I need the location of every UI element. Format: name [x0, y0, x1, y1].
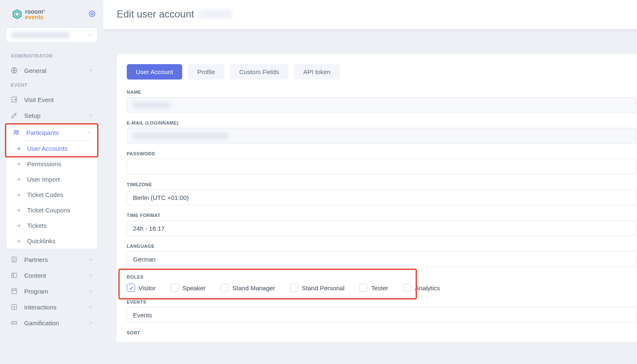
chevron-up-icon — [88, 319, 93, 327]
svg-point-6 — [14, 130, 16, 132]
plus-box-icon — [10, 303, 18, 311]
timezone-select[interactable]: Berlin (UTC +01:00) — [127, 189, 637, 205]
gear-icon[interactable] — [88, 10, 96, 19]
page-header: Edit user account — [103, 0, 637, 29]
checkbox-label: Stand Personal — [302, 284, 345, 292]
sidebar-sub-quicklinks[interactable]: Quicklinks — [6, 233, 97, 249]
sidebar-sub-label: User Import — [27, 176, 60, 183]
sidebar-item-label: Partners — [24, 256, 48, 263]
time-format-select[interactable]: 24h - 16:17 — [127, 220, 637, 236]
sidebar-item-content[interactable]: Content — [0, 267, 103, 283]
sidebar-sub-label: Ticket Coupons — [27, 207, 70, 214]
arrow-right-icon — [15, 192, 21, 198]
calendar-icon — [10, 287, 18, 295]
tab-profile[interactable]: Profile — [188, 64, 224, 80]
sidebar-item-interactions[interactable]: Interactions — [0, 299, 103, 315]
chevron-up-icon — [88, 112, 93, 119]
email-field[interactable] — [127, 128, 637, 144]
sidebar-item-label: Interactions — [24, 304, 57, 311]
label-timezone: Timezone — [127, 182, 637, 187]
password-field[interactable] — [127, 159, 637, 175]
sidebar-participants-box: Participants User Accounts Permissions U… — [6, 124, 98, 249]
sidebar-sub-label: Ticket Codes — [27, 191, 63, 198]
content-wrap: User Account Profile Custom Fields API t… — [103, 33, 637, 342]
sidebar-sub-label: User Accounts — [27, 145, 68, 152]
page-subtitle-redacted — [199, 10, 232, 19]
exit-icon — [10, 96, 18, 103]
logo-hexagon-icon — [12, 9, 23, 20]
svg-point-13 — [16, 323, 16, 323]
checkbox-stand-manager[interactable]: Stand Manager — [221, 284, 275, 292]
checkbox-box — [403, 284, 411, 292]
checkbox-label: Tester — [371, 284, 388, 292]
svg-marker-0 — [13, 10, 21, 18]
timezone-value: Berlin (UTC +01:00) — [133, 194, 189, 201]
svg-point-2 — [89, 11, 95, 17]
event-selector[interactable] — [6, 27, 98, 42]
checkbox-box — [290, 284, 298, 292]
globe-icon — [10, 67, 18, 74]
label-name: Name — [127, 90, 637, 95]
checkbox-tester[interactable]: Tester — [359, 284, 388, 292]
sidebar-sub-label: Tickets — [27, 222, 47, 229]
card: User Account Profile Custom Fields API t… — [117, 54, 637, 342]
label-roles: Roles — [127, 274, 637, 279]
main: Edit user account User Account Profile C… — [103, 0, 637, 364]
page-title: Edit user account — [117, 8, 194, 20]
arrow-right-icon — [15, 177, 21, 182]
chevron-up-icon — [88, 256, 93, 263]
checkbox-label: Visitor — [138, 284, 155, 292]
svg-point-3 — [91, 12, 93, 15]
language-select[interactable]: German — [127, 251, 637, 267]
label-language: Language — [127, 244, 637, 249]
sidebar-item-gamification[interactable]: Gamification — [0, 315, 103, 331]
sidebar-item-general[interactable]: General — [0, 62, 103, 78]
tab-custom-fields[interactable]: Custom Fields — [230, 64, 288, 80]
sidebar-item-label: Content — [24, 272, 46, 279]
sidebar-sub-permissions[interactable]: Permissions — [6, 156, 97, 172]
sidebar-item-label: Gamification — [24, 319, 59, 327]
sidebar-sub-user-import[interactable]: User Import — [6, 172, 97, 187]
events-value: Events — [133, 312, 152, 319]
tab-user-account[interactable]: User Account — [127, 64, 182, 80]
checkbox-speaker[interactable]: Speaker — [171, 284, 206, 292]
checkbox-box — [127, 284, 135, 292]
layout-icon — [10, 272, 18, 279]
sidebar-item-setup[interactable]: Setup — [0, 107, 103, 123]
time-format-value: 24h - 16:17 — [133, 225, 165, 232]
chevron-up-icon — [88, 272, 93, 279]
sidebar-item-participants[interactable]: Participants — [6, 125, 97, 140]
label-events: Events — [127, 299, 637, 304]
sidebar-item-partners[interactable]: Partners — [0, 252, 103, 267]
svg-point-12 — [15, 322, 15, 323]
sidebar-sub-label: Permissions — [27, 160, 61, 167]
sidebar-sub-tickets[interactable]: Tickets — [6, 218, 97, 233]
tabs: User Account Profile Custom Fields API t… — [127, 64, 637, 80]
sidebar-item-label: Visit Event — [24, 96, 54, 103]
checkbox-label: Speaker — [182, 284, 206, 292]
sidebar-sub-user-accounts[interactable]: User Accounts — [6, 141, 97, 156]
chevron-up-icon — [88, 304, 93, 311]
checkbox-box — [221, 284, 229, 292]
section-event: EVENT — [0, 78, 103, 92]
sidebar-sub-ticket-codes[interactable]: Ticket Codes — [6, 187, 97, 202]
tab-api-token[interactable]: API token — [294, 64, 340, 80]
chevron-down-icon — [87, 32, 92, 37]
checkbox-visitor[interactable]: Visitor — [127, 284, 155, 292]
checkbox-label: Analytics — [415, 284, 440, 292]
checkbox-stand-personal[interactable]: Stand Personal — [290, 284, 345, 292]
sidebar-item-visit-event[interactable]: Visit Event — [0, 92, 103, 107]
svg-marker-1 — [15, 12, 19, 17]
name-field[interactable] — [127, 97, 637, 113]
sidebar-sub-ticket-coupons[interactable]: Ticket Coupons — [6, 202, 97, 218]
gamepad-icon — [10, 319, 18, 327]
arrow-right-icon — [15, 161, 21, 167]
checkbox-box — [171, 284, 179, 292]
svg-rect-10 — [12, 289, 17, 294]
checkbox-analytics[interactable]: Analytics — [403, 284, 440, 292]
checkbox-box — [359, 284, 368, 292]
events-select[interactable]: Events — [127, 307, 637, 323]
logo-text-events: events — [25, 14, 43, 20]
sidebar-item-program[interactable]: Program — [0, 283, 103, 299]
logo: rooom® events — [12, 8, 45, 20]
